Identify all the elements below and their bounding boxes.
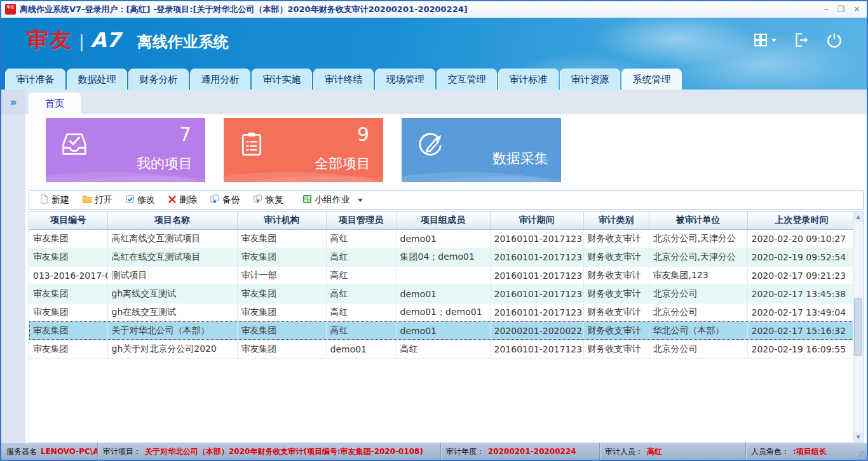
table-cell: 审友集团 bbox=[237, 229, 326, 248]
table-row[interactable]: 审友集团高红在线交互测试项目审友集团高红集团04；demo0120160101-… bbox=[29, 248, 856, 266]
close-button[interactable]: ✕ bbox=[853, 4, 860, 15]
table-cell bbox=[396, 266, 490, 284]
card-my-projects[interactable]: 7 我的项目 bbox=[46, 118, 205, 182]
role-value: :项目组长 bbox=[793, 446, 827, 457]
column-header[interactable]: 审计机构 bbox=[237, 212, 326, 229]
backup-button[interactable]: 备份 bbox=[205, 192, 245, 208]
table-vertical-scrollbar[interactable]: ▲ ▼ bbox=[853, 212, 863, 443]
table-cell: 高红 bbox=[326, 229, 396, 248]
column-header[interactable]: 被审计单位 bbox=[649, 212, 747, 229]
audit-year-value: 20200201-20200224 bbox=[488, 447, 576, 456]
menu-tab-3[interactable]: 财务分析 bbox=[128, 69, 189, 90]
table-row[interactable]: 审友集团关于对华北公司（本部）审友集团高红demo0120200201-2020… bbox=[29, 321, 856, 340]
menu-tab-10[interactable]: 审计资源 bbox=[560, 69, 620, 90]
edit-circle-icon bbox=[416, 130, 445, 161]
table-cell: 审友集团 bbox=[29, 340, 107, 358]
table-row[interactable]: 013-2016-2017-0测试项目审计一部高红20160101-201712… bbox=[29, 266, 856, 284]
column-header[interactable]: 上次登录时间 bbox=[747, 212, 856, 229]
table-cell: demo01 bbox=[396, 284, 490, 303]
menu-tab-5[interactable]: 审计实施 bbox=[252, 69, 312, 90]
column-header[interactable]: 项目管理员 bbox=[326, 212, 396, 229]
table-cell: 北京分公司,天津分公 bbox=[649, 229, 747, 248]
table-cell: 高红 bbox=[326, 284, 396, 303]
table-cell: 华北公司（本部） bbox=[649, 321, 747, 340]
menu-tab-7[interactable]: 现场管理 bbox=[375, 69, 435, 90]
table-cell: 财务收支审计 bbox=[583, 266, 649, 284]
menu-tab-8[interactable]: 交互管理 bbox=[437, 69, 497, 90]
all-projects-count: 9 bbox=[357, 123, 369, 145]
menu-tab-1[interactable]: 审计准备 bbox=[5, 69, 65, 90]
collapse-sidebar-icon[interactable]: » bbox=[1, 90, 25, 114]
column-header[interactable]: 审计类别 bbox=[583, 212, 649, 229]
table-row[interactable]: 审友集团gh在线交互测试审友集团高红demo01；demo0120160101-… bbox=[29, 303, 856, 321]
menu-tab-9[interactable]: 审计标准 bbox=[498, 69, 559, 90]
table-cell: 审友集团 bbox=[29, 284, 107, 303]
table-cell: 财务收支审计 bbox=[583, 340, 649, 358]
table-cell: 审友集团 bbox=[29, 229, 107, 248]
server-label: 服务器名 bbox=[6, 446, 37, 457]
column-header[interactable]: 审计期间 bbox=[490, 212, 583, 229]
table-cell: 财务收支审计 bbox=[583, 303, 649, 321]
card-all-projects[interactable]: 9 全部项目 bbox=[224, 118, 383, 182]
open-button[interactable]: 打开 bbox=[77, 192, 118, 208]
tab-home[interactable]: 首页 bbox=[28, 92, 81, 114]
table-cell: demo01 bbox=[326, 340, 396, 358]
logout-icon[interactable] bbox=[793, 32, 810, 48]
apps-grid-icon[interactable] bbox=[753, 32, 776, 48]
edit-button[interactable]: 修改 bbox=[120, 192, 160, 208]
table-cell: 集团04；demo01 bbox=[396, 248, 490, 266]
restore-button-label: 恢复 bbox=[266, 194, 283, 206]
table-cell: 高红 bbox=[396, 340, 490, 358]
data-collect-label: 数据采集 bbox=[492, 149, 548, 168]
table-cell: 2020-02-19 16:09:55 bbox=[747, 340, 856, 358]
table-row[interactable]: 审友集团gh离线交互测试审友集团高红demo0120160101-2017123… bbox=[29, 284, 856, 303]
table-cell: gh离线交互测试 bbox=[107, 284, 237, 303]
table-cell: demo01 bbox=[396, 321, 490, 340]
table-cell: 2020-02-20 09:10:27 bbox=[747, 229, 856, 248]
scrollbar-thumb[interactable] bbox=[854, 298, 862, 356]
table-cell: 2020-02-19 09:52:54 bbox=[747, 248, 856, 266]
table-cell: 财务收支审计 bbox=[583, 321, 649, 340]
menu-tab-4[interactable]: 通用分析 bbox=[190, 69, 250, 90]
table-cell: 审计一部 bbox=[237, 266, 326, 284]
table-cell: 高红离线交互测试项目 bbox=[107, 229, 237, 248]
power-icon[interactable] bbox=[826, 32, 843, 48]
column-header[interactable]: 项目编号 bbox=[29, 212, 107, 229]
my-projects-label: 我的项目 bbox=[137, 154, 193, 173]
card-data-collect[interactable]: 数据采集 bbox=[402, 118, 561, 182]
scroll-down-icon[interactable]: ▼ bbox=[853, 432, 863, 443]
chevron-down-icon bbox=[771, 39, 776, 42]
my-projects-count: 7 bbox=[179, 123, 191, 145]
left-sidebar-strip bbox=[1, 114, 25, 443]
column-header[interactable]: 项目组成员 bbox=[396, 212, 490, 229]
delete-button[interactable]: 删除 bbox=[163, 192, 202, 208]
group-work-icon bbox=[302, 194, 312, 206]
resize-grip[interactable] bbox=[858, 451, 865, 458]
table-cell: 北京分公司 bbox=[649, 284, 747, 303]
dashboard-cards: 7 我的项目 9 全部项目 bbox=[46, 118, 867, 182]
table-cell: 财务收支审计 bbox=[583, 248, 649, 266]
column-header[interactable]: 项目名称 bbox=[107, 212, 237, 229]
table-header-row: 项目编号项目名称审计机构项目管理员项目组成员审计期间审计类别被审计单位上次登录时… bbox=[29, 212, 856, 229]
maximize-button[interactable]: ❐ bbox=[837, 4, 844, 15]
table-row[interactable]: 审友集团gh关于对北京分公司2020审友集团demo01高红20160101-2… bbox=[29, 340, 856, 358]
new-button[interactable]: 新建 bbox=[34, 192, 74, 208]
group-work-button[interactable]: 小组作业 bbox=[297, 192, 368, 208]
minimize-button[interactable]: – bbox=[824, 4, 829, 15]
restore-button[interactable]: 恢复 bbox=[248, 192, 288, 208]
audit-year-label: 审计年度： bbox=[446, 446, 484, 457]
scroll-up-icon[interactable]: ▲ bbox=[853, 212, 863, 222]
group-work-dropdown-icon[interactable] bbox=[358, 199, 363, 202]
menu-tab-11[interactable]: 系统管理 bbox=[621, 69, 682, 90]
role-label: 人员角色： bbox=[751, 446, 789, 457]
table-row[interactable]: 审友集团高红离线交互测试项目审友集团高红demo0120160101-20171… bbox=[29, 229, 856, 248]
table-cell: 2020-02-17 15:16:32 bbox=[747, 321, 856, 340]
open-folder-icon bbox=[82, 194, 92, 206]
menu-tab-6[interactable]: 审计终结 bbox=[313, 69, 374, 90]
table-cell: 013-2016-2017-0 bbox=[29, 266, 107, 284]
table-cell: 关于对华北公司（本部） bbox=[107, 321, 237, 340]
table-cell: 2020-02-17 09:21:23 bbox=[747, 266, 856, 284]
audit-project-label: 审计项目： bbox=[103, 446, 141, 457]
menu-tab-2[interactable]: 数据处理 bbox=[67, 69, 127, 90]
table-cell: 20160101-2017123 bbox=[490, 303, 583, 321]
